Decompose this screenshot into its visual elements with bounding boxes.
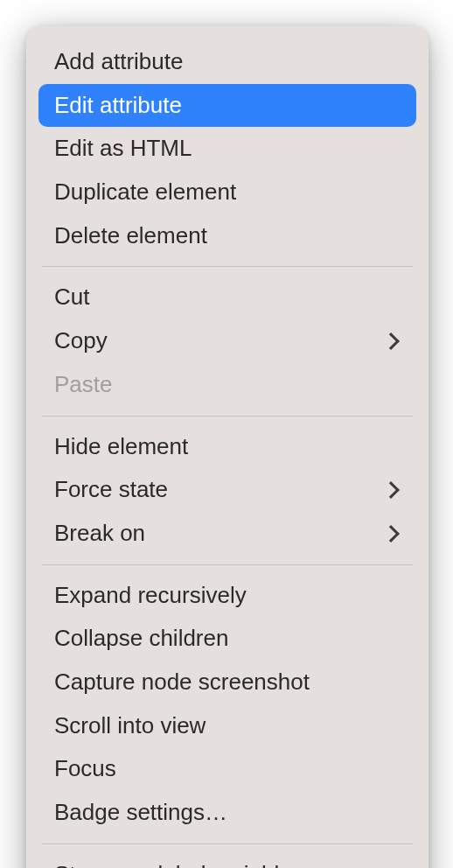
- menu-separator: [42, 564, 413, 565]
- menu-item-label: Collapse children: [54, 622, 228, 655]
- menu-item-collapse-children[interactable]: Collapse children: [38, 617, 416, 661]
- menu-item-label: Edit as HTML: [54, 132, 192, 165]
- menu-item-label: Edit attribute: [54, 89, 182, 122]
- chevron-right-icon: [382, 481, 400, 499]
- menu-item-label: Break on: [54, 517, 145, 550]
- menu-item-label: Expand recursively: [54, 579, 247, 612]
- menu-item-label: Badge settings…: [54, 796, 227, 830]
- menu-item-label: Delete element: [54, 220, 207, 253]
- context-menu: Add attribute Edit attribute Edit as HTM…: [26, 26, 429, 868]
- menu-item-label: Capture node screenshot: [54, 666, 310, 699]
- menu-separator: [42, 266, 413, 267]
- chevron-right-icon: [382, 332, 400, 350]
- menu-item-delete-element[interactable]: Delete element: [38, 214, 416, 258]
- menu-item-duplicate-element[interactable]: Duplicate element: [38, 171, 416, 214]
- menu-item-badge-settings[interactable]: Badge settings…: [38, 791, 416, 835]
- menu-item-label: Duplicate element: [54, 176, 236, 209]
- menu-item-label: Add attribute: [54, 46, 183, 79]
- menu-item-label: Focus: [54, 752, 116, 786]
- menu-item-label: Store as global variable: [54, 858, 292, 868]
- menu-item-label: Force state: [54, 473, 168, 507]
- menu-item-edit-attribute[interactable]: Edit attribute: [38, 84, 416, 128]
- menu-item-expand-recursively[interactable]: Expand recursively: [38, 574, 416, 618]
- menu-item-store-as-global-variable[interactable]: Store as global variable: [38, 853, 416, 868]
- menu-item-label: Copy: [54, 325, 108, 358]
- menu-item-label: Paste: [54, 368, 113, 402]
- menu-item-label: Scroll into view: [54, 710, 206, 743]
- menu-separator: [42, 844, 413, 844]
- menu-item-edit-as-html[interactable]: Edit as HTML: [38, 127, 416, 171]
- menu-item-focus[interactable]: Focus: [38, 747, 416, 791]
- menu-item-force-state[interactable]: Force state: [38, 468, 416, 512]
- menu-separator: [42, 416, 413, 416]
- menu-item-paste: Paste: [38, 363, 416, 407]
- menu-item-scroll-into-view[interactable]: Scroll into view: [38, 704, 416, 748]
- menu-item-copy[interactable]: Copy: [38, 319, 416, 363]
- menu-item-hide-element[interactable]: Hide element: [38, 425, 416, 469]
- menu-item-label: Hide element: [54, 430, 188, 464]
- menu-item-add-attribute[interactable]: Add attribute: [38, 40, 416, 84]
- menu-item-capture-node-screenshot[interactable]: Capture node screenshot: [38, 661, 416, 704]
- menu-item-break-on[interactable]: Break on: [38, 512, 416, 556]
- menu-item-label: Cut: [54, 281, 89, 314]
- menu-item-cut[interactable]: Cut: [38, 276, 416, 319]
- chevron-right-icon: [382, 525, 400, 542]
